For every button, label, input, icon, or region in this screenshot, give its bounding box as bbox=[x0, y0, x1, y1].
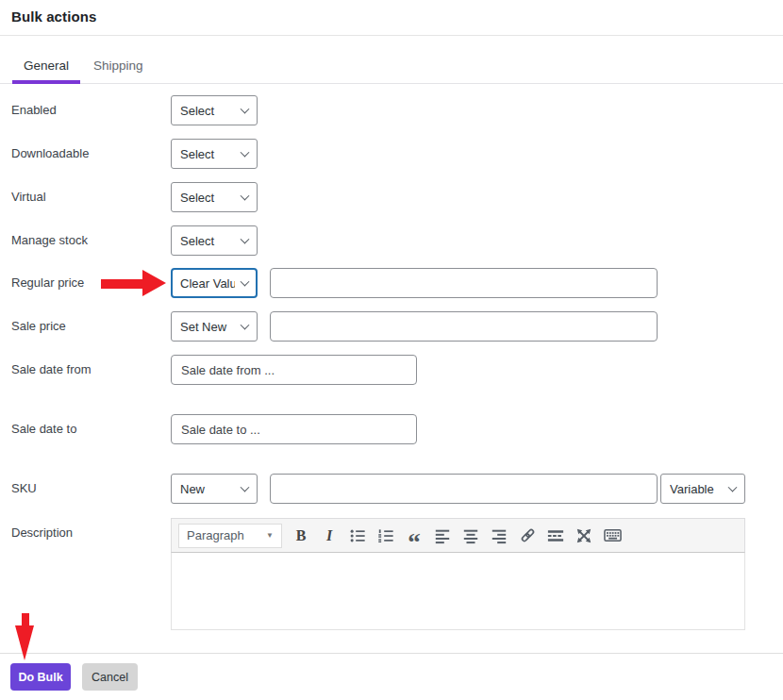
align-center-icon[interactable] bbox=[458, 524, 483, 548]
row-enabled: Enabled Select bbox=[0, 95, 783, 125]
link-icon[interactable] bbox=[515, 524, 540, 548]
sku-label: SKU bbox=[11, 474, 37, 504]
row-sale-price: Sale price Set New bbox=[0, 311, 783, 342]
caret-down-icon: ▼ bbox=[266, 531, 274, 540]
cancel-button[interactable]: Cancel bbox=[82, 663, 138, 691]
fullscreen-icon[interactable] bbox=[572, 524, 596, 548]
paragraph-format-select[interactable]: Paragraph ▼ bbox=[178, 524, 282, 548]
tab-shipping[interactable]: Shipping bbox=[82, 47, 155, 84]
page-title: Bulk actions bbox=[11, 8, 96, 25]
numbered-list-icon[interactable] bbox=[374, 524, 398, 548]
downloadable-select-wrap: Select bbox=[171, 139, 258, 169]
manage-stock-select-wrap: Select bbox=[171, 225, 258, 256]
sku-input[interactable] bbox=[270, 474, 658, 504]
bulk-actions-panel: Bulk actions General Shipping Enabled Se… bbox=[0, 0, 783, 700]
sale-price-action-select[interactable]: Set New bbox=[171, 311, 258, 342]
tab-general[interactable]: General bbox=[12, 47, 80, 84]
description-editor: Paragraph ▼ B I “ bbox=[171, 518, 745, 630]
sku-select-wrap: New bbox=[171, 474, 258, 504]
align-right-icon[interactable] bbox=[487, 524, 511, 548]
sku-action-select[interactable]: New bbox=[171, 474, 258, 504]
manage-stock-select[interactable]: Select bbox=[171, 225, 258, 256]
virtual-select-wrap: Select bbox=[171, 182, 258, 212]
keyboard-shortcuts-icon[interactable] bbox=[600, 524, 625, 548]
regular-price-label: Regular price bbox=[11, 268, 84, 298]
description-editor-content[interactable] bbox=[171, 553, 745, 630]
tab-bar: General Shipping bbox=[0, 36, 783, 84]
row-sku: SKU New Variable bbox=[0, 474, 783, 504]
regular-price-select-wrap: Clear Value bbox=[171, 268, 258, 298]
row-regular-price: Regular price Clear Value bbox=[0, 268, 783, 298]
panel-header: Bulk actions bbox=[0, 0, 783, 36]
row-sale-date-to: Sale date to bbox=[0, 414, 783, 444]
enabled-select-wrap: Select bbox=[171, 95, 258, 125]
tabs: General Shipping bbox=[12, 47, 155, 84]
regular-price-input[interactable] bbox=[270, 268, 658, 298]
insert-read-more-icon[interactable] bbox=[543, 524, 568, 548]
footer-divider bbox=[0, 653, 783, 654]
sale-price-input[interactable] bbox=[270, 311, 658, 342]
sku-scope-select[interactable]: Variable bbox=[660, 474, 745, 504]
paragraph-format-label: Paragraph bbox=[187, 528, 244, 542]
row-manage-stock: Manage stock Select bbox=[0, 225, 783, 256]
row-sale-date-from: Sale date from bbox=[0, 355, 783, 385]
sale-date-to-input[interactable] bbox=[171, 414, 417, 444]
downloadable-select[interactable]: Select bbox=[171, 139, 258, 169]
bulleted-list-icon[interactable] bbox=[345, 524, 370, 548]
regular-price-action-select[interactable]: Clear Value bbox=[171, 268, 258, 298]
virtual-label: Virtual bbox=[11, 182, 46, 212]
sale-date-to-label: Sale date to bbox=[11, 414, 76, 444]
do-bulk-button[interactable]: Do Bulk bbox=[10, 663, 71, 691]
enabled-label: Enabled bbox=[11, 95, 57, 125]
blockquote-icon[interactable]: “ bbox=[402, 524, 426, 548]
sale-date-from-label: Sale date from bbox=[11, 355, 92, 385]
italic-icon[interactable]: I bbox=[317, 524, 342, 548]
sale-price-select-wrap: Set New bbox=[171, 311, 258, 342]
editor-toolbar: Paragraph ▼ B I “ bbox=[171, 518, 745, 553]
manage-stock-label: Manage stock bbox=[11, 225, 88, 256]
sale-price-label: Sale price bbox=[11, 311, 66, 342]
sale-date-from-input[interactable] bbox=[171, 355, 417, 385]
virtual-select[interactable]: Select bbox=[171, 182, 258, 212]
sku-scope-select-wrap: Variable bbox=[660, 474, 745, 504]
downloadable-label: Downloadable bbox=[11, 139, 89, 169]
description-label: Description bbox=[11, 518, 73, 548]
enabled-select[interactable]: Select bbox=[171, 95, 258, 125]
bold-icon[interactable]: B bbox=[289, 524, 313, 548]
row-downloadable: Downloadable Select bbox=[0, 139, 783, 169]
align-left-icon[interactable] bbox=[430, 524, 455, 548]
row-virtual: Virtual Select bbox=[0, 182, 783, 212]
